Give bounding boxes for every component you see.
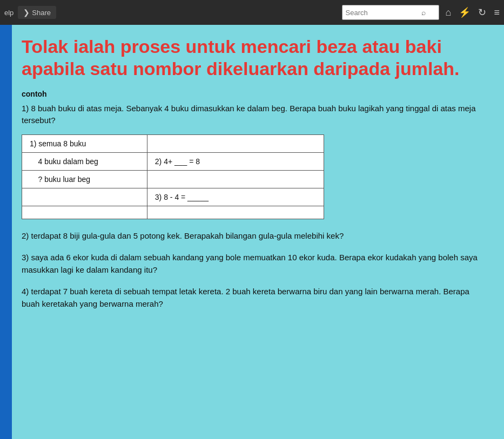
home-icon[interactable]: ⌂	[446, 7, 452, 18]
question2-text: 2) terdapat 8 biji gula-gula dan 5 poton…	[22, 230, 488, 242]
main-title: Tolak ialah proses untuk mencari beza at…	[22, 36, 488, 80]
question1-text: 1) 8 buah buku di atas meja. Sebanyak 4 …	[22, 103, 488, 127]
table-cell: ? buku luar beg	[22, 170, 147, 188]
flash-icon[interactable]: ⚡	[459, 6, 471, 18]
table-cell: 3) 8 - 4 = _____	[147, 188, 324, 206]
question4-text: 4) terdapat 7 buah kereta di sebuah temp…	[22, 286, 488, 310]
example-table: 1) semua 8 buku 4 buku dalam beg 2) 4+ _…	[22, 134, 324, 219]
question2-block: 2) terdapat 8 biji gula-gula dan 5 poton…	[22, 230, 488, 242]
question3-block: 3) saya ada 6 ekor kuda di dalam sebuah …	[22, 252, 488, 276]
search-input[interactable]	[346, 9, 421, 17]
question3-text: 3) saya ada 6 ekor kuda di dalam sebuah …	[22, 252, 488, 276]
table-cell	[147, 206, 324, 219]
main-content: Tolak ialah proses untuk mencari beza at…	[0, 25, 504, 439]
content-area: Tolak ialah proses untuk mencari beza at…	[22, 36, 488, 310]
search-box[interactable]: ⌕	[342, 5, 439, 20]
section-label: contoh	[22, 90, 488, 98]
toolbar: elp ❯ Share ⌕ ⌂ ⚡ ↻ ≡	[0, 0, 504, 25]
refresh-icon[interactable]: ↻	[478, 6, 486, 18]
share-icon: ❯	[23, 8, 30, 17]
left-sidebar	[0, 25, 12, 439]
table-row: 1) semua 8 buku	[22, 134, 324, 152]
table-row: 3) 8 - 4 = _____	[22, 188, 324, 206]
toolbar-left: elp ❯ Share	[4, 6, 56, 19]
help-link[interactable]: elp	[4, 9, 14, 17]
table-cell	[147, 134, 324, 152]
share-label: Share	[32, 9, 51, 17]
table-row	[22, 206, 324, 219]
share-button[interactable]: ❯ Share	[18, 6, 56, 19]
table-row: ? buku luar beg	[22, 170, 324, 188]
table-cell: 1) semua 8 buku	[22, 134, 147, 152]
table-row: 4 buku dalam beg 2) 4+ ___ = 8	[22, 152, 324, 170]
menu-icon[interactable]: ≡	[494, 7, 500, 18]
table-cell	[147, 170, 324, 188]
table-cell	[22, 188, 147, 206]
table-cell: 4 buku dalam beg	[22, 152, 147, 170]
table-cell: 2) 4+ ___ = 8	[147, 152, 324, 170]
question1-block: 1) 8 buah buku di atas meja. Sebanyak 4 …	[22, 103, 488, 219]
search-icon: ⌕	[421, 8, 426, 17]
toolbar-icons: ⌂ ⚡ ↻ ≡	[446, 6, 500, 18]
table-cell	[22, 206, 147, 219]
question4-block: 4) terdapat 7 buah kereta di sebuah temp…	[22, 286, 488, 310]
